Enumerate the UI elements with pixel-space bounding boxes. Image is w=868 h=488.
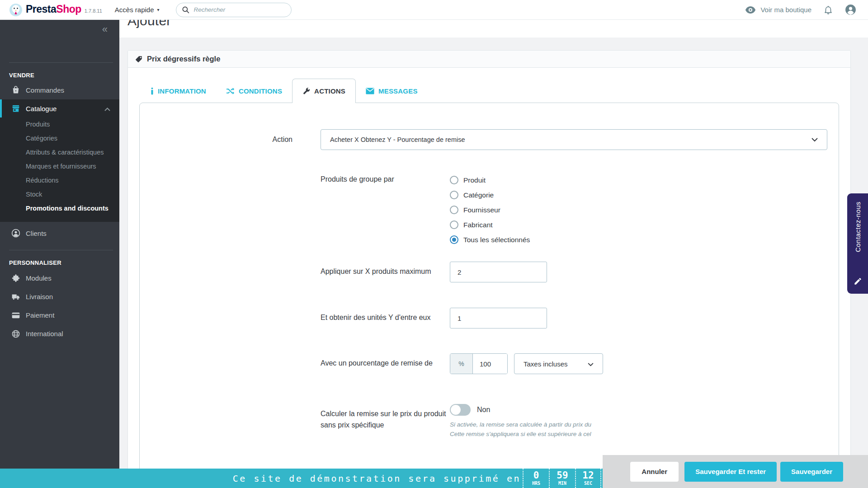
sidebar-item-marques[interactable]: Marques et fournisseurs [0, 160, 119, 174]
sidebar-item-international[interactable]: International [0, 324, 119, 343]
free-units-label: Et obtenir des unités Y d'entre eux [321, 308, 450, 323]
sidebar-group-catalogue: Catalogue Produits Catégories Attributs … [0, 99, 119, 222]
puzzle-icon [11, 274, 20, 283]
percent-addon: % [450, 354, 473, 374]
tax-select[interactable]: Taxes incluses [514, 353, 603, 374]
radio-produit[interactable]: Produit [450, 173, 530, 188]
radio-circle [450, 176, 458, 184]
pencil-icon [854, 277, 862, 287]
brand-presta: Presta [26, 3, 56, 15]
tab-messages[interactable]: MESSAGES [356, 79, 428, 103]
view-shop-label: Voir ma boutique [760, 6, 811, 14]
shuffle-icon [226, 87, 235, 95]
free-units-input[interactable] [450, 308, 547, 328]
sidebar-item-modules[interactable]: Modules [0, 269, 119, 287]
discount-label: Avec un pourcentage de remise de [321, 353, 450, 369]
clients-person-icon [11, 229, 20, 238]
cancel-button[interactable]: Annuler [630, 462, 679, 482]
chevron-down-icon [588, 360, 594, 368]
radio-circle [450, 191, 458, 199]
max-products-input[interactable] [450, 262, 547, 282]
store-icon [11, 104, 20, 113]
top-header: PrestaShop 1.7.8.11 Accès rapide ▾ Voir … [0, 0, 868, 20]
action-label: Action [153, 136, 292, 144]
countdown-seconds: 12 SEC [575, 469, 601, 488]
action-select[interactable]: Acheter X Obtenez Y - Pourcentage de rem… [321, 129, 827, 150]
chevron-down-icon [811, 136, 818, 143]
global-search[interactable] [176, 3, 292, 17]
radio-fournisseur[interactable]: Fournisseur [450, 202, 530, 217]
chevron-up-icon [104, 105, 110, 113]
tab-conditions[interactable]: CONDITIONS [216, 79, 292, 103]
toggle-knob [451, 405, 461, 415]
sidebar-item-stock[interactable]: Stock [0, 188, 119, 202]
version-label: 1.7.8.11 [85, 8, 102, 14]
prestashop-logo-icon [9, 3, 23, 17]
sidebar-item-produits[interactable]: Produits [0, 117, 119, 131]
panel-title: Prix dégressifs règle [147, 55, 220, 63]
tax-select-value: Taxes incluses [524, 360, 568, 368]
radio-circle [450, 206, 458, 214]
avatar-icon [845, 4, 856, 15]
sidebar-divider [9, 250, 113, 250]
save-and-stay-button[interactable]: Sauvegarder Et rester [684, 462, 777, 482]
reduction-toggle-switch[interactable] [450, 404, 471, 416]
max-products-label: Appliquer sur X produits maximum [321, 262, 450, 277]
sidebar-item-clients[interactable]: Clients [0, 225, 119, 242]
panel-header: Prix dégressifs règle [128, 51, 850, 68]
quick-access-menu[interactable]: Accès rapide ▾ [115, 6, 160, 14]
contact-us-tab[interactable]: Contactez-nous [847, 193, 868, 294]
group-by-label: Produits de groupe par [321, 173, 450, 185]
toggle-state-label: Non [477, 406, 490, 414]
sidebar-item-commandes[interactable]: Commandes [0, 81, 119, 99]
view-shop-link[interactable]: Voir ma boutique [745, 6, 811, 14]
sidebar-collapse-button[interactable]: « [102, 23, 108, 35]
tab-information[interactable]: INFORMATION [141, 79, 216, 103]
search-icon [182, 6, 190, 14]
form-actions-toolbar: Annuler Sauvegarder Et rester Sauvegarde… [603, 455, 868, 488]
countdown-hours: 0 HRS [523, 469, 549, 488]
sidebar-item-livraison[interactable]: Livraison [0, 287, 119, 306]
chevron-down-icon: ▾ [157, 7, 160, 12]
content-area: Prix dégressifs règle INFORMATION [119, 38, 868, 488]
tab-actions[interactable]: ACTIONS [292, 79, 356, 103]
bell-icon [823, 5, 833, 15]
globe-icon [11, 329, 20, 338]
credit-card-icon [11, 311, 20, 320]
sidebar-item-attributs[interactable]: Attributs & caractéristiques [0, 145, 119, 160]
discount-input-group: % [450, 353, 508, 374]
sidebar-item-paiement[interactable]: Paiement [0, 306, 119, 324]
envelope-icon [366, 88, 374, 94]
tab-bar: INFORMATION [139, 79, 839, 103]
radio-fabricant[interactable]: Fabricant [450, 217, 530, 232]
countdown-minutes: 59 MIN [549, 469, 575, 488]
actions-tab-content: Action Acheter X Obtenez Y - Pourcentage… [139, 103, 839, 488]
demo-message: Ce site de démonstration sera supprimé e… [233, 473, 521, 484]
save-button[interactable]: Sauvegarder [780, 462, 843, 482]
group-by-radio-list: Produit Catégorie Fournisseur [450, 173, 530, 247]
sidebar-item-reductions[interactable]: Réductions [0, 174, 119, 188]
info-icon [151, 87, 154, 95]
discount-input[interactable] [473, 354, 507, 374]
search-input[interactable] [194, 6, 280, 13]
sidebar-item-promotions[interactable]: Promotions and discounts [0, 202, 119, 216]
sidebar-item-categories[interactable]: Catégories [0, 131, 119, 145]
account-menu-button[interactable] [845, 4, 856, 15]
main-area: Catalogue / Promotions and discounts Ajo… [119, 0, 868, 488]
price-rule-panel: Prix dégressifs règle INFORMATION [127, 50, 851, 488]
radio-tous-selectionnes[interactable]: Tous les sélectionnés [450, 232, 530, 247]
prestashop-brand[interactable]: PrestaShop 1.7.8.11 [9, 3, 102, 17]
sidebar-section-vendre: VENDRE [9, 72, 119, 79]
sidebar-divider [9, 62, 113, 63]
radio-circle [450, 235, 458, 244]
radio-categorie[interactable]: Catégorie [450, 188, 530, 202]
wrench-icon [302, 87, 310, 95]
contact-us-label: Contactez-nous [854, 202, 862, 252]
reduction-toggle-label: Calculer la remise sur le prix du produi… [321, 404, 450, 431]
notifications-button[interactable] [823, 5, 833, 15]
reduction-hint: Si activée, la remise sera calculée à pa… [450, 420, 591, 439]
sidebar-item-catalogue[interactable]: Catalogue [0, 99, 119, 117]
sidebar: « VENDRE Commandes Catalogue [0, 20, 119, 488]
tag-icon [135, 55, 143, 63]
radio-circle [450, 221, 458, 229]
